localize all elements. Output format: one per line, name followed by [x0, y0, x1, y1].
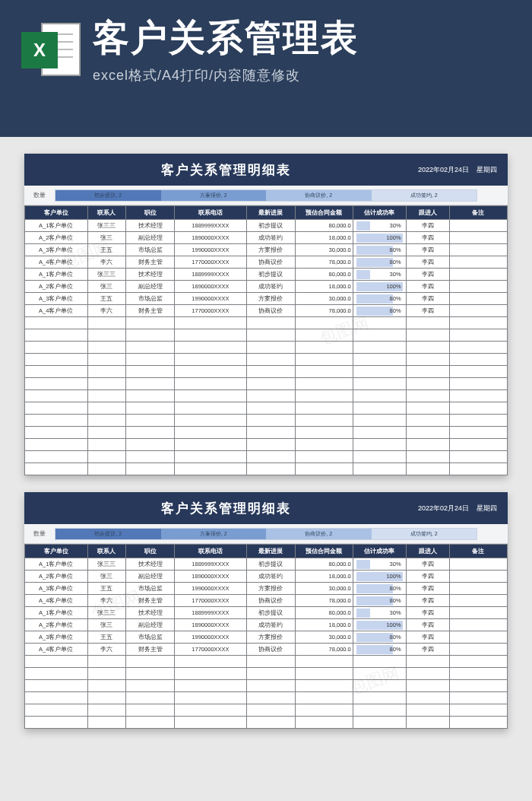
sheet-preview-1: 客户关系管理明细表2022年02月24日星期四数量初步提议, 2方案报价, 2协…: [24, 154, 508, 475]
table-row: A_4客户单位李六财务主管1770000XXXX协商议价78,000.080%李…: [25, 305, 508, 317]
table-cell: [87, 463, 126, 475]
table-cell: [295, 415, 353, 427]
table-cell: [25, 415, 88, 427]
sheet-date: 2022年02月24日: [418, 165, 469, 175]
table-cell: [25, 366, 88, 378]
table-cell: A_4客户单位: [25, 595, 88, 607]
table-cell: [174, 439, 246, 451]
table-cell: 30,000.0: [295, 631, 353, 644]
table-cell: [126, 378, 175, 390]
table-cell: 1770000XXXX: [174, 595, 246, 607]
column-header: 跟进人: [406, 206, 449, 220]
table-cell: 张三三: [87, 269, 126, 281]
banner: X 客户关系管理表 excel格式/A4打印/内容随意修改: [0, 0, 532, 137]
table-cell: 市场总监: [126, 244, 175, 256]
table-cell: [449, 595, 507, 607]
table-cell: 80,000.0: [295, 607, 353, 619]
table-cell: 80,000.0: [295, 558, 353, 571]
table-cell: A_3客户单位: [25, 631, 88, 644]
table-cell: [174, 668, 246, 680]
table-row-empty: [25, 717, 508, 729]
table-cell: [449, 607, 507, 619]
table-cell: [247, 463, 296, 475]
table-cell: 100%: [353, 571, 406, 583]
column-header: 职位: [126, 545, 175, 558]
table-cell: 李四: [406, 293, 449, 305]
table-cell: 30%: [353, 269, 406, 281]
table-row-empty: [25, 656, 508, 668]
table-cell: [449, 256, 507, 269]
table-cell: [87, 717, 126, 729]
table-cell: 1990000XXXX: [174, 631, 246, 644]
table-cell: 市场总监: [126, 631, 175, 644]
table-cell: 成功签约: [247, 571, 296, 583]
table-row: A_3客户单位王五市场总监1990000XXXX方案报价30,000.080%李…: [25, 293, 508, 305]
table-cell: [449, 427, 507, 439]
table-cell: [449, 342, 507, 354]
table-cell: [353, 717, 406, 729]
table-cell: [295, 717, 353, 729]
table-cell: [353, 390, 406, 402]
sheet-weekday: 星期四: [477, 165, 497, 175]
table-row-empty: [25, 463, 508, 475]
column-header: 联系人: [87, 545, 126, 558]
table-cell: [295, 366, 353, 378]
table-cell: [449, 680, 507, 692]
table-row-empty: [25, 317, 508, 329]
table-cell: 张三三: [87, 220, 126, 232]
table-cell: A_3客户单位: [25, 293, 88, 305]
sheet-header: 客户关系管理明细表2022年02月24日星期四: [24, 492, 508, 524]
column-header: 最新进展: [247, 206, 296, 220]
table-cell: 初步提议: [247, 558, 296, 571]
table-cell: 1770000XXXX: [174, 256, 246, 269]
table-cell: 张三: [87, 619, 126, 631]
table-row: A_4客户单位李六财务主管1770000XXXX协商议价78,000.080%李…: [25, 595, 508, 607]
table-row: A_1客户单位张三三技术经理1889999XXXX初步提议80,000.030%…: [25, 607, 508, 619]
table-cell: 张三: [87, 281, 126, 293]
table-cell: [449, 692, 507, 704]
table-cell: [295, 463, 353, 475]
table-cell: [406, 390, 449, 402]
table-cell: 技术经理: [126, 607, 175, 619]
table-cell: 78,000.0: [295, 644, 353, 656]
table-cell: [295, 390, 353, 402]
table-cell: [353, 342, 406, 354]
table-cell: [25, 668, 88, 680]
summary-row: 数量初步提议, 2方案报价, 2协商议价, 2成功签约, 2: [24, 186, 508, 205]
table-cell: [25, 378, 88, 390]
column-header: 联系人: [87, 206, 126, 220]
column-header: 客户单位: [25, 206, 88, 220]
table-cell: A_3客户单位: [25, 244, 88, 256]
table-cell: [449, 305, 507, 317]
table-cell: 80%: [353, 244, 406, 256]
table-cell: 80%: [353, 293, 406, 305]
table-cell: [295, 378, 353, 390]
table-cell: 协商议价: [247, 644, 296, 656]
banner-title: 客户关系管理表: [93, 18, 511, 59]
table-cell: [87, 378, 126, 390]
table-cell: [406, 354, 449, 366]
table-cell: [126, 668, 175, 680]
table-cell: [449, 619, 507, 631]
table-cell: [449, 232, 507, 244]
table-cell: [247, 378, 296, 390]
table-cell: 1770000XXXX: [174, 644, 246, 656]
table-cell: 1889999XXXX: [174, 607, 246, 619]
table-row-empty: [25, 415, 508, 427]
table-cell: [353, 463, 406, 475]
summary-segment: 初步提议, 2: [55, 529, 161, 539]
table-cell: [449, 439, 507, 451]
table-cell: [87, 704, 126, 717]
table-cell: [126, 354, 175, 366]
table-cell: 副总经理: [126, 571, 175, 583]
table-cell: 80%: [353, 595, 406, 607]
table-cell: [406, 427, 449, 439]
table-cell: [247, 366, 296, 378]
table-cell: 副总经理: [126, 619, 175, 631]
excel-icon: X: [21, 23, 81, 82]
table-cell: [174, 463, 246, 475]
table-row-empty: [25, 402, 508, 415]
table-row-empty: [25, 692, 508, 704]
table-cell: [87, 451, 126, 463]
table-cell: [247, 317, 296, 329]
